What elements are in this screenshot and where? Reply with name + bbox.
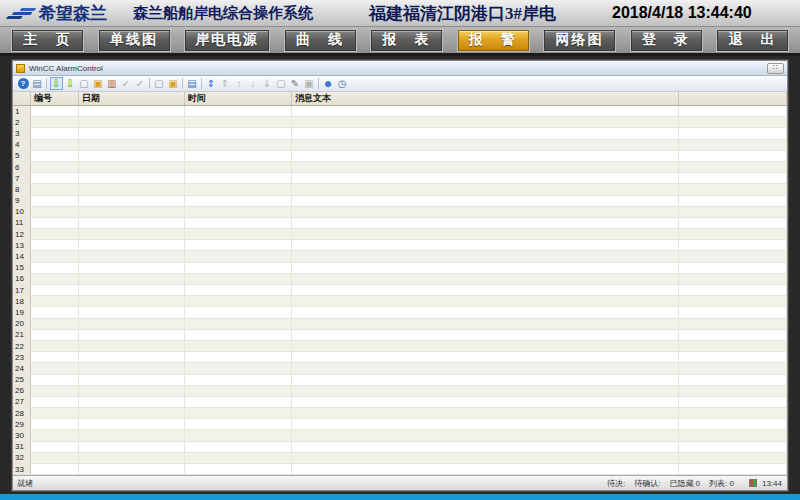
row-number-gutter-header[interactable]	[13, 92, 31, 105]
alarm-table-row[interactable]: 7	[13, 173, 787, 184]
alarm-table-row[interactable]: 21	[13, 330, 787, 341]
empty-cell	[79, 106, 185, 116]
nav-button-curves[interactable]: 曲 线	[285, 30, 356, 51]
empty-cell	[679, 352, 787, 362]
window-menu-button[interactable]: ∷	[767, 63, 784, 74]
nav-button-exit[interactable]: 退 出	[717, 30, 788, 51]
row-number: 10	[13, 207, 31, 217]
window-title-bar[interactable]: WinCC AlarmControl ∷	[13, 61, 787, 76]
empty-cell	[185, 307, 292, 317]
alarm-table-row[interactable]: 13	[13, 240, 787, 251]
empty-cell	[79, 274, 185, 284]
empty-cell	[292, 263, 679, 273]
alarm-table-row[interactable]: 18	[13, 296, 787, 307]
nav-button-home[interactable]: 主 页	[12, 30, 83, 51]
alarm-table-row[interactable]: 33	[13, 464, 787, 475]
column-header-number[interactable]: 编号	[31, 92, 79, 105]
acknowledge-icon[interactable]: ✓	[120, 77, 133, 90]
nav-button-single-line-diagram[interactable]: 单线图	[99, 30, 170, 51]
alarm-table-row[interactable]: 1	[13, 106, 787, 117]
message-list-icon[interactable]: ▤	[31, 77, 44, 90]
empty-cell	[31, 375, 79, 385]
alarm-table-row[interactable]: 26	[13, 386, 787, 397]
alarm-table-row[interactable]: 31	[13, 442, 787, 453]
statistics-list-icon[interactable]: ▥	[106, 77, 119, 90]
alarm-table-row[interactable]: 8	[13, 184, 787, 195]
alarm-table-row[interactable]: 9	[13, 196, 787, 207]
print-icon[interactable]: ▤	[186, 77, 199, 90]
empty-cell	[292, 307, 679, 317]
message-window-icon[interactable]: ⇩	[50, 77, 63, 90]
empty-cell	[679, 296, 787, 306]
column-header-message[interactable]: 消息文本	[292, 92, 679, 105]
empty-cell	[185, 251, 292, 261]
display-options-icon[interactable]: ✎	[289, 77, 302, 90]
empty-cell	[31, 274, 79, 284]
nav-button-network-diagram[interactable]: 网络图	[544, 30, 615, 51]
alarm-table-row[interactable]: 19	[13, 307, 787, 318]
alarm-table-row[interactable]: 2	[13, 117, 787, 128]
alarm-table-row[interactable]: 32	[13, 453, 787, 464]
alarm-table-row[interactable]: 22	[13, 341, 787, 352]
alarm-table-row[interactable]: 14	[13, 251, 787, 262]
alarm-table-row[interactable]: 20	[13, 319, 787, 330]
hits-list-icon[interactable]: ☻	[322, 77, 335, 90]
empty-cell	[31, 430, 79, 440]
alarm-table-row[interactable]: 29	[13, 419, 787, 430]
empty-cell	[292, 229, 679, 239]
alarm-table-row[interactable]: 4	[13, 140, 787, 151]
empty-cell	[79, 240, 185, 250]
comment-icon[interactable]: ▢	[153, 77, 166, 90]
alarm-table-row[interactable]: 23	[13, 352, 787, 363]
empty-cell	[679, 375, 787, 385]
first-message-icon[interactable]: ⇑	[219, 77, 232, 90]
alarm-table-row[interactable]: 15	[13, 263, 787, 274]
empty-cell	[292, 296, 679, 306]
last-message-icon[interactable]: ⇓	[261, 77, 274, 90]
row-number: 20	[13, 319, 31, 329]
alarm-table-row[interactable]: 6	[13, 162, 787, 173]
info-dialog-icon[interactable]: ▢	[275, 77, 288, 90]
empty-cell	[185, 207, 292, 217]
datetime-display: 2018/4/18 13:44:40	[612, 4, 752, 22]
alarm-table-row[interactable]: 25	[13, 375, 787, 386]
empty-cell	[31, 263, 79, 273]
nav-button-login[interactable]: 登 录	[631, 30, 702, 51]
previous-message-icon[interactable]: ↑	[233, 77, 246, 90]
alarm-table-row[interactable]: 3	[13, 128, 787, 139]
next-message-icon[interactable]: ↓	[247, 77, 260, 90]
alarm-table-row[interactable]: 5	[13, 151, 787, 162]
nav-button-shore-power-supply[interactable]: 岸电电源	[185, 30, 269, 51]
alarm-table-row[interactable]: 27	[13, 397, 787, 408]
lock-list-icon[interactable]: ▣	[92, 77, 105, 90]
empty-cell	[31, 442, 79, 452]
group-acknowledge-icon[interactable]: ✓	[134, 77, 147, 90]
alarm-table-row[interactable]: 17	[13, 285, 787, 296]
alarm-table-row[interactable]: 24	[13, 363, 787, 374]
nav-button-alarms[interactable]: 报 警	[458, 30, 529, 51]
autoscroll-icon[interactable]: ⇕	[205, 77, 218, 90]
empty-cell	[79, 330, 185, 340]
alarm-table-row[interactable]: 30	[13, 430, 787, 441]
help-icon[interactable]: ?	[18, 78, 29, 89]
time-base-icon[interactable]: ◷	[336, 77, 349, 90]
column-header-time[interactable]: 时间	[185, 92, 292, 105]
empty-cell	[185, 430, 292, 440]
nav-button-reports[interactable]: 报 表	[371, 30, 442, 51]
alarm-table-row[interactable]: 12	[13, 229, 787, 240]
lock-display-icon[interactable]: ▣	[303, 77, 316, 90]
alarm-table-row[interactable]: 10	[13, 207, 787, 218]
wincc-alarm-window: WinCC AlarmControl ∷ ?▤⇩⇩▢▣▥✓✓▢▣▤⇕⇑↑↓⇓▢✎…	[12, 60, 788, 491]
alarm-table-row[interactable]: 28	[13, 408, 787, 419]
empty-cell	[31, 453, 79, 463]
empty-cell	[79, 363, 185, 373]
lock-message-icon[interactable]: ▣	[167, 77, 180, 90]
column-header-date[interactable]: 日期	[79, 92, 185, 105]
empty-cell	[292, 173, 679, 183]
short-term-archive-icon[interactable]: ⇩	[64, 77, 77, 90]
alarm-table-row[interactable]: 16	[13, 274, 787, 285]
alarm-table-row[interactable]: 11	[13, 218, 787, 229]
empty-cell	[292, 397, 679, 407]
bottom-accent-strip	[0, 494, 800, 500]
long-term-archive-icon[interactable]: ▢	[78, 77, 91, 90]
